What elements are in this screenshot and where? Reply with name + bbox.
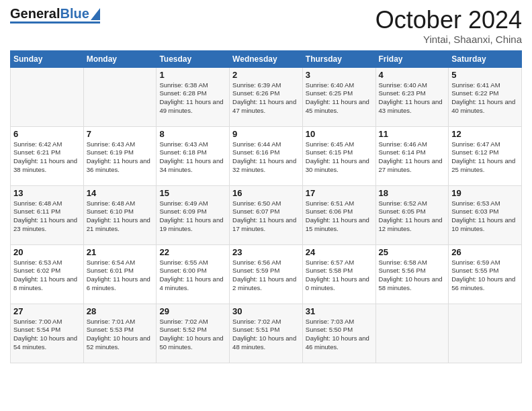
cell-info: Sunrise: 6:53 AMSunset: 6:03 PMDaylight:… xyxy=(451,199,519,234)
day-number: 10 xyxy=(306,129,373,139)
week-row-4: 20Sunrise: 6:53 AMSunset: 6:02 PMDayligh… xyxy=(11,244,522,304)
week-row-2: 6Sunrise: 6:42 AMSunset: 6:21 PMDaylight… xyxy=(11,126,522,185)
cell-info: Sunrise: 6:40 AMSunset: 6:25 PMDaylight:… xyxy=(306,81,373,116)
calendar-table: Sunday Monday Tuesday Wednesday Thursday… xyxy=(10,50,522,363)
col-saturday: Saturday xyxy=(449,50,522,67)
cell-info: Sunrise: 6:43 AMSunset: 6:19 PMDaylight:… xyxy=(87,140,154,175)
location: Yintai, Shaanxi, China xyxy=(375,34,522,45)
cell-info: Sunrise: 6:43 AMSunset: 6:18 PMDaylight:… xyxy=(159,140,226,175)
col-thursday: Thursday xyxy=(302,50,375,67)
day-number: 3 xyxy=(306,70,373,80)
logo: GeneralBlue xyxy=(10,7,100,24)
col-sunday: Sunday xyxy=(11,50,84,67)
calendar-cell: 27Sunrise: 7:00 AMSunset: 5:54 PMDayligh… xyxy=(11,304,84,363)
cell-info: Sunrise: 6:48 AMSunset: 6:10 PMDaylight:… xyxy=(87,199,154,234)
day-number: 21 xyxy=(87,247,154,257)
cell-info: Sunrise: 6:55 AMSunset: 6:00 PMDaylight:… xyxy=(159,259,226,293)
cell-info: Sunrise: 6:47 AMSunset: 6:12 PMDaylight:… xyxy=(451,140,519,175)
day-number: 13 xyxy=(13,188,81,198)
day-number: 23 xyxy=(232,247,300,257)
day-number: 31 xyxy=(306,306,373,316)
cell-info: Sunrise: 6:50 AMSunset: 6:07 PMDaylight:… xyxy=(232,199,300,234)
cell-info: Sunrise: 6:46 AMSunset: 6:14 PMDaylight:… xyxy=(379,140,446,175)
week-row-5: 27Sunrise: 7:00 AMSunset: 5:54 PMDayligh… xyxy=(11,304,522,363)
calendar-cell xyxy=(11,67,84,126)
day-number: 7 xyxy=(87,129,154,139)
week-row-1: 1Sunrise: 6:38 AMSunset: 6:28 PMDaylight… xyxy=(11,67,522,126)
calendar-page: GeneralBlue October 2024 Yintai, Shaanxi… xyxy=(0,0,532,411)
calendar-cell xyxy=(375,304,449,363)
cell-info: Sunrise: 7:03 AMSunset: 5:50 PMDaylight:… xyxy=(306,318,373,352)
calendar-cell: 31Sunrise: 7:03 AMSunset: 5:50 PMDayligh… xyxy=(302,304,375,363)
col-wednesday: Wednesday xyxy=(230,50,303,67)
calendar-cell: 29Sunrise: 7:02 AMSunset: 5:52 PMDayligh… xyxy=(157,304,230,363)
calendar-cell xyxy=(83,67,157,126)
calendar-cell: 8Sunrise: 6:43 AMSunset: 6:18 PMDaylight… xyxy=(157,126,230,185)
calendar-cell: 26Sunrise: 6:59 AMSunset: 5:55 PMDayligh… xyxy=(449,244,522,304)
cell-info: Sunrise: 6:48 AMSunset: 6:11 PMDaylight:… xyxy=(13,199,81,234)
cell-info: Sunrise: 6:42 AMSunset: 6:21 PMDaylight:… xyxy=(13,140,81,175)
cell-info: Sunrise: 6:56 AMSunset: 5:59 PMDaylight:… xyxy=(232,259,300,293)
calendar-cell: 4Sunrise: 6:40 AMSunset: 6:23 PMDaylight… xyxy=(375,67,449,126)
day-number: 15 xyxy=(159,188,226,198)
day-number: 20 xyxy=(13,247,81,257)
cell-info: Sunrise: 6:57 AMSunset: 5:58 PMDaylight:… xyxy=(306,259,373,293)
cell-info: Sunrise: 6:53 AMSunset: 6:02 PMDaylight:… xyxy=(13,259,81,293)
cell-info: Sunrise: 7:02 AMSunset: 5:51 PMDaylight:… xyxy=(232,318,300,352)
title-block: October 2024 Yintai, Shaanxi, China xyxy=(375,7,522,45)
calendar-cell: 21Sunrise: 6:54 AMSunset: 6:01 PMDayligh… xyxy=(83,244,157,304)
day-number: 8 xyxy=(159,129,226,139)
calendar-cell: 3Sunrise: 6:40 AMSunset: 6:25 PMDaylight… xyxy=(302,67,375,126)
cell-info: Sunrise: 6:52 AMSunset: 6:05 PMDaylight:… xyxy=(379,199,446,234)
cell-info: Sunrise: 6:51 AMSunset: 6:06 PMDaylight:… xyxy=(306,199,373,234)
calendar-cell: 16Sunrise: 6:50 AMSunset: 6:07 PMDayligh… xyxy=(230,185,303,244)
calendar-cell: 11Sunrise: 6:46 AMSunset: 6:14 PMDayligh… xyxy=(375,126,449,185)
day-number: 18 xyxy=(379,188,446,198)
day-number: 11 xyxy=(379,129,446,139)
logo-wordmark: GeneralBlue xyxy=(10,7,89,20)
calendar-cell: 28Sunrise: 7:01 AMSunset: 5:53 PMDayligh… xyxy=(83,304,157,363)
calendar-cell: 2Sunrise: 6:39 AMSunset: 6:26 PMDaylight… xyxy=(230,67,303,126)
calendar-body: 1Sunrise: 6:38 AMSunset: 6:28 PMDaylight… xyxy=(11,67,522,363)
calendar-cell: 13Sunrise: 6:48 AMSunset: 6:11 PMDayligh… xyxy=(11,185,84,244)
calendar-cell: 17Sunrise: 6:51 AMSunset: 6:06 PMDayligh… xyxy=(302,185,375,244)
day-number: 27 xyxy=(13,306,81,316)
calendar-cell: 15Sunrise: 6:49 AMSunset: 6:09 PMDayligh… xyxy=(157,185,230,244)
calendar-cell: 1Sunrise: 6:38 AMSunset: 6:28 PMDaylight… xyxy=(157,67,230,126)
header: GeneralBlue October 2024 Yintai, Shaanxi… xyxy=(10,7,522,45)
day-number: 24 xyxy=(306,247,373,257)
calendar-cell: 22Sunrise: 6:55 AMSunset: 6:00 PMDayligh… xyxy=(157,244,230,304)
calendar-cell: 18Sunrise: 6:52 AMSunset: 6:05 PMDayligh… xyxy=(375,185,449,244)
day-number: 16 xyxy=(232,188,300,198)
calendar-cell: 19Sunrise: 6:53 AMSunset: 6:03 PMDayligh… xyxy=(449,185,522,244)
day-number: 25 xyxy=(379,247,446,257)
calendar-cell: 6Sunrise: 6:42 AMSunset: 6:21 PMDaylight… xyxy=(11,126,84,185)
calendar-cell: 9Sunrise: 6:44 AMSunset: 6:16 PMDaylight… xyxy=(230,126,303,185)
calendar-cell: 7Sunrise: 6:43 AMSunset: 6:19 PMDaylight… xyxy=(83,126,157,185)
cell-info: Sunrise: 6:39 AMSunset: 6:26 PMDaylight:… xyxy=(232,81,300,116)
cell-info: Sunrise: 6:54 AMSunset: 6:01 PMDaylight:… xyxy=(87,259,154,293)
cell-info: Sunrise: 6:41 AMSunset: 6:22 PMDaylight:… xyxy=(451,81,519,116)
day-number: 12 xyxy=(451,129,519,139)
cell-info: Sunrise: 6:44 AMSunset: 6:16 PMDaylight:… xyxy=(232,140,300,175)
calendar-cell: 25Sunrise: 6:58 AMSunset: 5:56 PMDayligh… xyxy=(375,244,449,304)
calendar-cell: 30Sunrise: 7:02 AMSunset: 5:51 PMDayligh… xyxy=(230,304,303,363)
cell-info: Sunrise: 6:45 AMSunset: 6:15 PMDaylight:… xyxy=(306,140,373,175)
calendar-cell xyxy=(449,304,522,363)
calendar-cell: 23Sunrise: 6:56 AMSunset: 5:59 PMDayligh… xyxy=(230,244,303,304)
day-number: 19 xyxy=(451,188,519,198)
day-number: 1 xyxy=(159,70,226,80)
calendar-cell: 12Sunrise: 6:47 AMSunset: 6:12 PMDayligh… xyxy=(449,126,522,185)
day-number: 9 xyxy=(232,129,300,139)
header-row: Sunday Monday Tuesday Wednesday Thursday… xyxy=(11,50,522,67)
day-number: 2 xyxy=(232,70,300,80)
calendar-cell: 5Sunrise: 6:41 AMSunset: 6:22 PMDaylight… xyxy=(449,67,522,126)
calendar-cell: 14Sunrise: 6:48 AMSunset: 6:10 PMDayligh… xyxy=(83,185,157,244)
day-number: 29 xyxy=(159,306,226,316)
day-number: 26 xyxy=(451,247,519,257)
cell-info: Sunrise: 7:00 AMSunset: 5:54 PMDaylight:… xyxy=(13,318,81,352)
week-row-3: 13Sunrise: 6:48 AMSunset: 6:11 PMDayligh… xyxy=(11,185,522,244)
day-number: 17 xyxy=(306,188,373,198)
month-title: October 2024 xyxy=(375,7,522,34)
day-number: 30 xyxy=(232,306,300,316)
